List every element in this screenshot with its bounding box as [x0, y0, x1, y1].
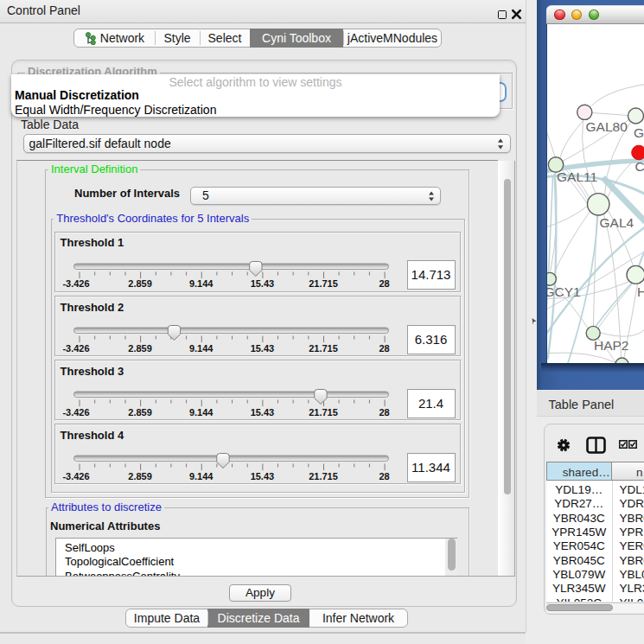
- svg-text:GAL11: GAL11: [557, 169, 597, 184]
- svg-text:C: C: [634, 159, 644, 174]
- svg-text:HAP2: HAP2: [594, 338, 629, 353]
- svg-text:GAL4: GAL4: [599, 215, 634, 230]
- svg-text:GCY1: GCY1: [547, 284, 581, 298]
- svg-text:H: H: [637, 284, 644, 298]
- svg-text:GAL80: GAL80: [585, 119, 628, 134]
- svg-text:G.: G.: [634, 125, 644, 140]
